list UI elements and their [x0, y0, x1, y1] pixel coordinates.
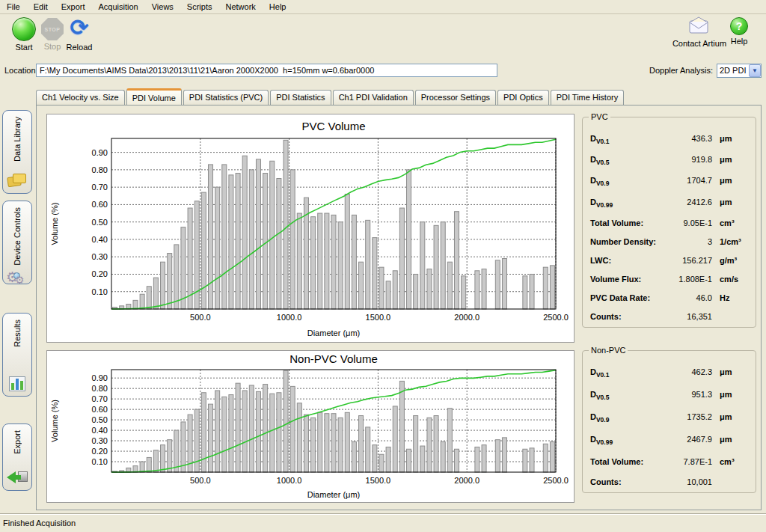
y-tick-label: 0.70 [92, 394, 108, 403]
y-tick-label: 0.80 [92, 384, 108, 393]
stat-row: Number Density:31/cm³ [590, 237, 751, 246]
stat-label: Total Volume: [590, 218, 671, 227]
stat-value: 2467.9 [671, 435, 720, 444]
tab-pdi-statistics-pvc-[interactable]: PDI Statistics (PVC) [183, 90, 269, 105]
menu-help[interactable]: Help [263, 1, 293, 13]
sidebar-item-device-controls[interactable]: Device Controls⚙⚙ [2, 201, 32, 284]
stat-value: 919.8 [671, 155, 720, 164]
help-button[interactable]: ? Help [724, 14, 754, 46]
y-tick-label: 0.10 [92, 457, 108, 466]
y-tick-label: 0.30 [92, 252, 108, 261]
stat-unit: cm³ [720, 457, 751, 466]
reload-button[interactable]: ⟳ Reload [58, 16, 100, 52]
sidebar-item-results[interactable]: Results [2, 313, 32, 397]
menu-acquisition[interactable]: Acquisition [92, 1, 145, 13]
stat-value: 1704.7 [671, 176, 720, 185]
y-tick-label: 0.90 [92, 148, 108, 157]
x-tick-label: 500.0 [190, 476, 211, 485]
sidebar-item-label: Results [13, 319, 22, 347]
pdi-volume-tab-panel: PVC Volume0.100.200.300.400.500.600.700.… [36, 105, 762, 510]
sidebar-item-label: Data Library [13, 117, 22, 162]
bar-chart-icon [9, 376, 25, 391]
stat-row: LWC:156.217g/m³ [590, 256, 751, 265]
menu-file[interactable]: File [0, 1, 27, 13]
pvc-volume-chart-panel: PVC Volume0.100.200.300.400.500.600.700.… [46, 114, 574, 343]
stat-row: DV0.91704.7μm [590, 176, 751, 187]
toolbar: Start STOP Stop ⟳ Reload Contact Artium … [0, 14, 766, 61]
stat-value: 7.87E-1 [671, 457, 720, 466]
x-tick-label: 1000.0 [277, 313, 302, 322]
stat-value: 2412.6 [671, 198, 720, 207]
y-tick-label: 0.30 [92, 436, 108, 445]
chart-title: Non-PVC Volume [289, 352, 378, 365]
x-axis-label: Diameter (μm) [307, 328, 361, 337]
menu-network[interactable]: Network [218, 1, 262, 13]
x-tick-label: 2000.0 [454, 476, 479, 485]
y-axis-label: Volume (%) [50, 203, 59, 245]
pvc-volume-chart: PVC Volume0.100.200.300.400.500.600.700.… [47, 114, 574, 342]
gears-icon: ⚙⚙ [7, 269, 27, 287]
stat-label: DV0.99 [590, 198, 671, 209]
y-tick-label: 0.50 [92, 218, 108, 227]
stat-label: Counts: [590, 312, 671, 321]
menu-scripts[interactable]: Scripts [180, 1, 219, 13]
stat-label: Total Volume: [590, 457, 671, 466]
x-tick-label: 1500.0 [366, 313, 391, 322]
stat-unit: μm [720, 435, 751, 444]
stat-row: DV0.1462.3μm [590, 367, 751, 379]
stat-row: Counts:16,351 [590, 312, 751, 321]
stat-row: DV0.992467.9μm [590, 435, 751, 446]
tab-pdi-volume[interactable]: PDI Volume [126, 88, 182, 105]
tab-pdi-statistics[interactable]: PDI Statistics [270, 90, 331, 105]
status-divider [0, 513, 766, 515]
menu-bar: FileEditExportAcquisitionViewsScriptsNet… [0, 0, 766, 14]
stat-unit: μm [720, 134, 751, 143]
x-tick-label: 500.0 [190, 313, 211, 322]
stat-row: Volume Flux:1.808E-1cm/s [590, 275, 751, 284]
tab-pdi-optics[interactable]: PDI Optics [497, 90, 549, 105]
y-tick-label: 0.10 [92, 287, 108, 296]
menu-edit[interactable]: Edit [27, 1, 55, 13]
x-tick-label: 2500.0 [543, 476, 569, 485]
nonpvc-volume-chart-panel: Non-PVC Volume0.100.200.300.400.500.600.… [46, 350, 574, 503]
stat-value: 436.3 [671, 134, 720, 143]
menu-export[interactable]: Export [55, 1, 92, 13]
tab-ch1-pdi-validation[interactable]: Ch1 PDI Validation [333, 90, 414, 105]
tab-processor-settings[interactable]: Processor Settings [415, 90, 496, 105]
status-bar: Finished Acquisition [0, 516, 766, 532]
stat-value: 46.0 [671, 293, 720, 302]
reload-icon: ⟳ [58, 16, 100, 41]
x-tick-label: 1500.0 [366, 476, 391, 485]
tab-strip: Ch1 Velocity vs. SizePDI VolumePDI Stati… [36, 88, 625, 105]
y-tick-label: 0.60 [92, 405, 108, 414]
tab-ch1-velocity-vs-size[interactable]: Ch1 Velocity vs. Size [36, 90, 125, 105]
envelope-icon [688, 16, 711, 36]
stat-unit: cm/s [720, 275, 751, 284]
y-tick-label: 0.20 [92, 447, 108, 456]
location-input[interactable]: F:\My Documents\AIMS Data\2013\2013\11\2… [36, 64, 497, 77]
sidebar-item-export[interactable]: Export [2, 424, 32, 491]
stat-label: LWC: [590, 256, 671, 265]
y-tick-label: 0.20 [92, 269, 108, 278]
doppler-analysis-value: 2D PDI [717, 64, 749, 77]
y-tick-label: 0.40 [92, 235, 108, 244]
x-tick-label: 2500.0 [543, 313, 569, 322]
tab-pdi-time-history[interactable]: PDI Time History [551, 90, 625, 105]
pvc-stats-groupbox: PVC DV0.1436.3μmDV0.5919.8μmDV0.91704.7μ… [582, 117, 756, 328]
sidebar-item-label: Device Controls [13, 207, 22, 266]
pvc-groupbox-title: PVC [589, 112, 610, 121]
x-tick-label: 1000.0 [277, 476, 302, 485]
sidebar-item-data-library[interactable]: Data Library [2, 110, 32, 194]
doppler-analysis-label: Doppler Analysis: [649, 66, 713, 75]
contact-artium-button[interactable]: Contact Artium [670, 14, 729, 48]
export-arrow-icon [7, 469, 28, 486]
y-tick-label: 0.60 [92, 200, 108, 209]
chevron-down-icon[interactable]: ▼ [749, 64, 761, 77]
menu-views[interactable]: Views [145, 1, 180, 13]
stat-row: Counts:10,001 [590, 477, 751, 486]
stat-unit: Hz [720, 293, 751, 302]
x-tick-label: 2000.0 [454, 313, 479, 322]
doppler-analysis-select[interactable]: 2D PDI ▼ [717, 64, 762, 78]
stat-row: PVC Data Rate:46.0Hz [590, 293, 751, 302]
stat-label: Volume Flux: [590, 275, 671, 284]
